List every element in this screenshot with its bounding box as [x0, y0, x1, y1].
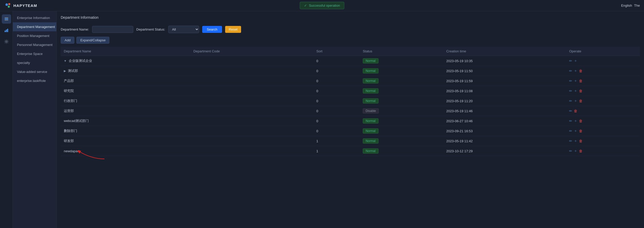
dept-code-cell: [190, 86, 313, 96]
add-icon[interactable]: ＋: [574, 59, 577, 63]
creation-time-cell: 2023-05-19 11:08: [443, 86, 566, 96]
sort-cell: 0: [313, 66, 359, 76]
dept-name-cell: ▼ 企业版测试企业: [61, 56, 190, 66]
sidebar-item-specialty[interactable]: specialty: [13, 58, 56, 67]
edit-icon[interactable]: ✏: [569, 99, 572, 103]
sidebar-item-task-role[interactable]: enterprise.taskRole: [13, 76, 56, 85]
dept-name-cell: newdapart: [61, 146, 190, 156]
status-cell: Normal: [360, 56, 443, 66]
status-badge: Normal: [363, 128, 378, 134]
edit-icon[interactable]: ✏: [569, 79, 572, 83]
status-cell: Normal: [360, 136, 443, 146]
creation-time-cell: 2023-09-21 16:53: [443, 126, 566, 136]
col-dept-code: Department Code: [190, 47, 313, 56]
status-badge: Disable: [363, 108, 379, 113]
table-row: ▶ 测试部 0 Normal 2023-05-19 11:50 ✏ ＋ 🗑: [61, 66, 640, 76]
dept-name-cell: ▶ 测试部: [61, 66, 190, 76]
add-icon[interactable]: ＋: [574, 149, 577, 153]
add-icon[interactable]: ＋: [574, 69, 577, 73]
dept-name-cell: 行政部门: [61, 96, 190, 106]
dept-code-cell: [190, 96, 313, 106]
svg-point-9: [6, 41, 7, 42]
dept-name-label: Department Name:: [61, 27, 89, 31]
delete-icon[interactable]: 🗑: [579, 99, 583, 103]
top-right: English The: [621, 4, 640, 7]
sidebar-item-enterprise-info[interactable]: Enterprise Information: [13, 13, 56, 22]
add-icon[interactable]: ＋: [574, 119, 577, 123]
delete-icon[interactable]: 🗑: [579, 129, 583, 133]
svg-rect-3: [5, 17, 8, 18]
page-title: Department Information: [61, 15, 640, 22]
operate-icons: ✏ 🗑: [569, 109, 637, 113]
dept-status-label: Department Status:: [136, 27, 165, 31]
sort-cell: 0: [313, 106, 359, 116]
add-icon[interactable]: ＋: [574, 139, 577, 143]
add-icon[interactable]: ＋: [574, 89, 577, 93]
sidebar-item-dept-mgmt[interactable]: Department Management: [13, 22, 56, 31]
filter-bar: Department Name: Department Status: All …: [61, 26, 640, 33]
red-arrow-annotation: [76, 149, 107, 162]
sort-cell: 0: [313, 76, 359, 86]
edit-icon[interactable]: ✏: [569, 129, 572, 133]
edit-icon[interactable]: ✏: [569, 149, 572, 153]
sidebar-icon-layers[interactable]: [2, 14, 11, 24]
status-cell: Normal: [360, 86, 443, 96]
delete-icon[interactable]: 🗑: [579, 79, 583, 83]
col-sort: Sort: [313, 47, 359, 56]
sidebar-item-value-added[interactable]: Value-added service: [13, 67, 56, 76]
expand-collapse-button[interactable]: Expand/Collapse: [76, 37, 109, 44]
delete-icon[interactable]: 🗑: [579, 69, 583, 73]
dept-status-select[interactable]: All Normal Disable: [168, 26, 199, 33]
tree-arrow-expand[interactable]: ▶: [64, 69, 66, 73]
operate-cell: ✏ ＋ 🗑: [566, 146, 640, 156]
add-icon[interactable]: ＋: [574, 129, 577, 133]
delete-icon[interactable]: 🗑: [579, 139, 583, 143]
operate-icons: ✏ ＋ 🗑: [569, 79, 637, 83]
table-row: 删除部门 0 Normal 2023-09-21 16:53 ✏ ＋ 🗑: [61, 126, 640, 136]
edit-icon[interactable]: ✏: [569, 89, 572, 93]
status-cell: Normal: [360, 66, 443, 76]
delete-icon[interactable]: 🗑: [579, 119, 583, 123]
status-badge: Normal: [363, 138, 378, 144]
svg-rect-4: [5, 19, 8, 20]
edit-icon[interactable]: ✏: [569, 109, 572, 113]
delete-icon[interactable]: 🗑: [574, 109, 577, 113]
add-icon[interactable]: ＋: [574, 99, 577, 103]
search-button[interactable]: Search: [202, 26, 222, 33]
edit-icon[interactable]: ✏: [569, 59, 572, 63]
operate-cell: ✏ ＋ 🗑: [566, 116, 640, 126]
operate-cell: ✏ ＋ 🗑: [566, 96, 640, 106]
reset-button[interactable]: Reset: [225, 26, 241, 33]
sidebar-item-position-mgmt[interactable]: Position Management: [13, 31, 56, 40]
dept-code-cell: [190, 106, 313, 116]
sort-cell: 1: [313, 136, 359, 146]
operate-icons: ✏ ＋ 🗑: [569, 89, 637, 93]
sidebar-item-personnel-mgmt[interactable]: Personnel Management: [13, 40, 56, 49]
dept-name-cell: webcad测试部门: [61, 116, 190, 126]
dept-name-cell: 运营部: [61, 106, 190, 116]
table-row: 行政部门 0 Normal 2023-05-19 11:20 ✏ ＋ 🗑: [61, 96, 640, 106]
tree-arrow-collapse[interactable]: ▼: [64, 59, 67, 62]
edit-icon[interactable]: ✏: [569, 119, 572, 123]
operate-cell: ✏ ＋ 🗑: [566, 126, 640, 136]
add-button[interactable]: Add: [61, 37, 74, 44]
status-cell: Normal: [360, 76, 443, 86]
sidebar-item-enterprise-space[interactable]: Enterprise Space: [13, 49, 56, 58]
table-row: ▼ 企业版测试企业 0 Normal 2023-05-19 10:35 ✏ ＋: [61, 56, 640, 66]
language-label[interactable]: English: [621, 4, 632, 7]
col-creation-time: Creation time: [443, 47, 566, 56]
delete-icon[interactable]: 🗑: [579, 149, 583, 153]
edit-icon[interactable]: ✏: [569, 139, 572, 143]
sidebar-icon-chart[interactable]: [2, 26, 11, 35]
status-badge: Normal: [363, 118, 378, 124]
dept-name-input[interactable]: [92, 26, 133, 33]
main-layout: Enterprise Information Department Manage…: [0, 11, 644, 228]
sidebar-icon-settings[interactable]: [2, 37, 11, 46]
add-icon[interactable]: ＋: [574, 79, 577, 83]
operate-icons: ✏ ＋ 🗑: [569, 129, 637, 133]
content-area: Department Information Department Name: …: [57, 11, 644, 228]
edit-icon[interactable]: ✏: [569, 69, 572, 73]
operate-cell: ✏ ＋: [566, 56, 640, 66]
delete-icon[interactable]: 🗑: [579, 89, 583, 93]
dept-code-cell: [190, 136, 313, 146]
